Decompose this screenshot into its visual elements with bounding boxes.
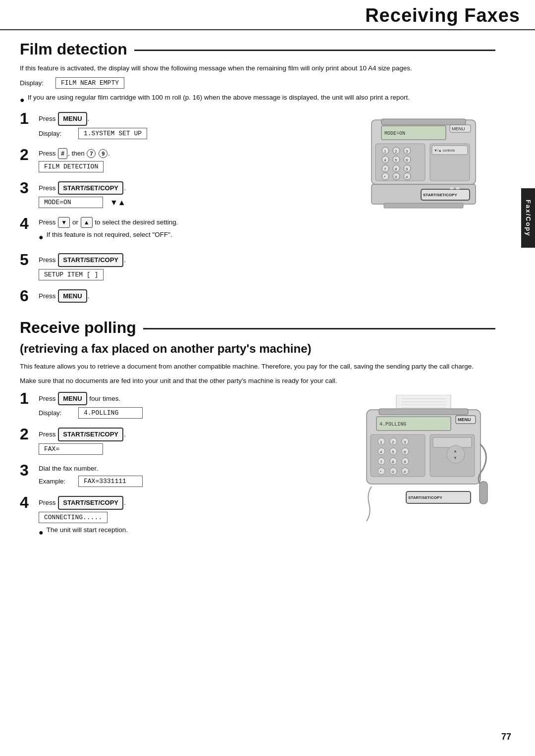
down-kbd: ▼	[58, 217, 70, 228]
start-set-copy-kbd-p4: START/SET/COPY	[58, 496, 123, 510]
film-step-6: 6 Press MENU.	[20, 287, 342, 305]
polling-step-4-display-row: CONNECTING.....	[39, 512, 342, 523]
svg-text:#: #	[406, 175, 408, 179]
svg-point-78	[447, 445, 465, 463]
svg-text:1: 1	[380, 440, 382, 444]
svg-text:5: 5	[392, 450, 394, 454]
num-7: 7	[87, 149, 96, 158]
svg-text:2: 2	[392, 440, 394, 444]
polling-step-1: 1 Press MENU four times. Display: 4.POLL…	[20, 390, 342, 421]
polling-step-4-bullet-text: The unit will start reception.	[47, 525, 128, 535]
side-tab: Fax/Copy	[521, 188, 535, 248]
step-2-display: FILM DETECTION	[39, 161, 104, 172]
receive-polling-title: Receive polling	[20, 319, 136, 337]
polling-step-2-display-row: FAX=	[39, 443, 342, 455]
page-title: Receiving Faxes	[365, 5, 520, 26]
svg-text:3: 3	[406, 149, 408, 154]
polling-step-2-text: Press START/SET/COPY.	[39, 428, 342, 441]
svg-text:9: 9	[404, 460, 406, 464]
svg-rect-1	[381, 119, 466, 125]
polling-step-2: 2 Press START/SET/COPY. FAX=	[20, 426, 342, 457]
svg-rect-46	[379, 409, 468, 415]
svg-rect-39	[456, 187, 460, 189]
svg-text:#: #	[404, 470, 406, 474]
fax-machine-svg-2: 4.POLLING MENU 1 2 3 4 5 6 7	[357, 395, 490, 524]
step-1-text: Press MENU.	[39, 112, 342, 126]
film-detection-device-area: MODE=ON MENU 1 2 3 4 5 6	[352, 110, 495, 310]
svg-text:0: 0	[395, 175, 397, 179]
step-number-4: 4	[20, 215, 39, 232]
svg-rect-81	[480, 482, 487, 504]
polling-step-number-2: 2	[20, 426, 39, 443]
page-number: 77	[501, 732, 511, 742]
display-label: Display:	[20, 79, 50, 87]
film-step-2: 2 Press #, then 7 9. FILM DETECTION	[20, 146, 342, 174]
svg-text:START/SET/COPY: START/SET/COPY	[423, 193, 457, 197]
start-set-copy-kbd-3: START/SET/COPY	[58, 181, 123, 195]
step-number-1: 1	[20, 110, 39, 127]
svg-text:3: 3	[404, 440, 406, 444]
svg-text:MODE=ON: MODE=ON	[384, 131, 405, 136]
film-step-1: 1 Press MENU. Display: 1.SYSTEM SET UP	[20, 110, 342, 141]
step-5-display-row: SETUP ITEM [ ]	[39, 269, 342, 280]
step-5-content: Press START/SET/COPY. SETUP ITEM [ ]	[39, 251, 342, 282]
svg-text:START/SET/COPY: START/SET/COPY	[408, 495, 442, 500]
film-near-empty-display: FILM NEAR EMPTY	[55, 77, 124, 89]
polling-step-2-display: FAX=	[39, 443, 103, 455]
film-detection-desc: If this feature is activated, the displa…	[20, 63, 495, 73]
start-set-copy-kbd-p2: START/SET/COPY	[58, 428, 123, 441]
polling-step-3-example-label: Example:	[39, 478, 73, 485]
start-set-copy-kbd-5: START/SET/COPY	[58, 253, 123, 267]
film-step-4: 4 Press ▼ or ▲ to select the desired set…	[20, 215, 342, 246]
film-detection-bullet-text: If you are using regular film cartridge …	[28, 93, 410, 103]
polling-heading-line	[143, 328, 495, 329]
step-3-display: MODE=ON	[39, 197, 103, 208]
fax-machine-svg-1: MODE=ON MENU 1 2 3 4 5 6	[357, 115, 490, 234]
step-4-bullet: ● If this feature is not required, selec…	[39, 230, 342, 243]
svg-text:2: 2	[395, 149, 397, 154]
svg-text:8: 8	[395, 167, 397, 171]
polling-step-3-display: FAX=3331111	[78, 476, 143, 487]
receive-polling-heading: Receive polling	[20, 319, 495, 337]
main-content: Film detection If this feature is activa…	[0, 30, 520, 566]
svg-rect-38	[450, 187, 454, 189]
film-step-3: 3 Press START/SET/COPY. MODE=ON ▼▲	[20, 179, 342, 211]
svg-text:MENU: MENU	[458, 417, 471, 422]
polling-step-number-1: 1	[20, 390, 39, 407]
step-number-6: 6	[20, 287, 39, 305]
film-detection-bullet: ● If you are using regular film cartridg…	[20, 93, 495, 106]
menu-kbd-6: MENU	[58, 289, 87, 303]
svg-text:9: 9	[406, 167, 408, 171]
hash-kbd: #	[58, 148, 67, 159]
svg-text:7: 7	[384, 167, 386, 171]
svg-text:4.POLLING: 4.POLLING	[379, 422, 406, 427]
step-3-text: Press START/SET/COPY.	[39, 181, 342, 195]
film-detection-display-row: Display: FILM NEAR EMPTY	[20, 77, 495, 89]
step-3-display-row: MODE=ON ▼▲	[39, 197, 342, 208]
step-3-content: Press START/SET/COPY. MODE=ON ▼▲	[39, 179, 342, 211]
receive-polling-desc2: Make sure that no documents are fed into…	[20, 376, 495, 386]
svg-text:▲: ▲	[453, 449, 457, 453]
receive-polling-device-area: 4.POLLING MENU 1 2 3 4 5 6 7	[352, 390, 495, 546]
menu-kbd-p1: MENU	[58, 392, 87, 406]
menu-kbd-1: MENU	[58, 112, 87, 126]
receive-polling-subheading: (retrieving a fax placed on another part…	[20, 342, 495, 356]
svg-text:4: 4	[384, 158, 386, 162]
step-number-5: 5	[20, 251, 39, 269]
polling-step-3-display-row: Example: FAX=3331111	[39, 476, 342, 487]
svg-text:7: 7	[380, 460, 382, 464]
polling-step-3: 3 Dial the fax number. Example: FAX=3331…	[20, 462, 342, 489]
step-4-text: Press ▼ or ▲ to select the desired setti…	[39, 217, 342, 228]
receive-polling-desc1: This feature allows you to retrieve a do…	[20, 362, 495, 372]
step-1-content: Press MENU. Display: 1.SYSTEM SET UP	[39, 110, 342, 141]
polling-step-1-content: Press MENU four times. Display: 4.POLLIN…	[39, 390, 342, 421]
film-detection-steps-section: 1 Press MENU. Display: 1.SYSTEM SET UP 2	[20, 110, 495, 310]
polling-step-1-display: 4.POLLING	[78, 407, 143, 419]
polling-step-1-text: Press MENU four times.	[39, 392, 342, 406]
step-number-2: 2	[20, 146, 39, 163]
step-6-content: Press MENU.	[39, 287, 342, 305]
receive-polling-steps-section: 1 Press MENU four times. Display: 4.POLL…	[20, 390, 495, 546]
svg-text:0: 0	[392, 470, 394, 474]
polling-step-4-bullet: ● The unit will start reception.	[39, 525, 342, 539]
bullet-icon: ●	[20, 94, 25, 106]
